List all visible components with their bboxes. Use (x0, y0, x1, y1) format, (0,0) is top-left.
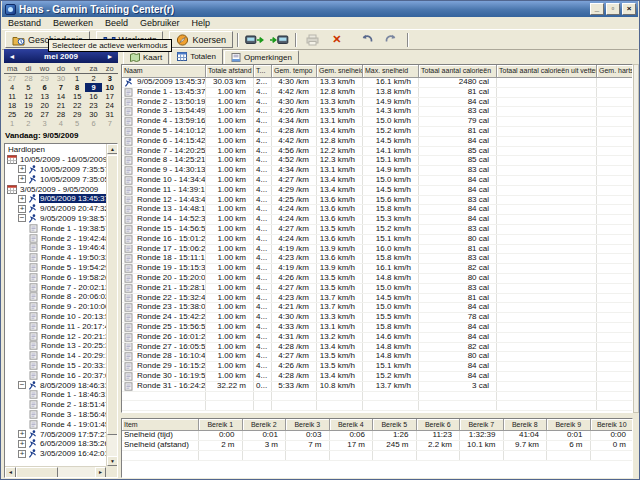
calendar-day-30[interactable]: 30 (53, 74, 69, 83)
tree-item-8-05-2009-18-46-31[interactable]: −8/05/2009 18:46:31 (5, 380, 106, 390)
tree-item-10-05-2009-7-35-05[interactable]: +10/05/2009 7:35:05 (5, 174, 106, 184)
tree-item-10-05-2009-16-05-2009[interactable]: 10/05/2009 - 16/05/2009 (5, 155, 106, 165)
table-row-ronde-1-13-45-37[interactable]: Ronde 1 - 13:45:371.00 km4...4:42 /km12.… (122, 88, 632, 98)
calendar-day-4[interactable]: 4 (4, 83, 20, 92)
column-header-bereik-9[interactable]: Bereik 9 (547, 419, 591, 431)
tree-item-10-05-2009-7-35-57[interactable]: +10/05/2009 7:35:57 (5, 165, 106, 175)
table-row-ronde-26-16-01-27[interactable]: Ronde 26 - 16:01:271.00 km4...4:31 /km13… (122, 333, 632, 343)
calendar-day-17[interactable]: 17 (102, 92, 118, 101)
column-header-gem-tempo[interactable]: Gem. tempo (272, 65, 317, 78)
table-row-ronde-9-14-30-13[interactable]: Ronde 9 - 14:30:131.00 km4...4:34 /km13.… (122, 166, 632, 176)
tree-item-ronde-12-20-21-33[interactable]: Ronde 12 - 20:21:33 (5, 331, 106, 341)
tree-item-9-05-2009-19-38-57[interactable]: −9/05/2009 19:38:57 (5, 214, 106, 224)
collapse-icon[interactable]: − (18, 214, 26, 222)
table-row-ronde-29-16-15-25[interactable]: Ronde 29 - 16:15:251.00 km4...4:26 /km13… (122, 362, 632, 372)
scroll-left-button[interactable]: ◄ (5, 467, 16, 478)
calendar-day-28[interactable]: 28 (20, 74, 36, 83)
tree-item-9-05-2009-20-47-32[interactable]: +9/05/2009 20:47:32 (5, 204, 106, 214)
expand-icon[interactable]: + (18, 440, 26, 448)
calendar-day-27[interactable]: 27 (37, 110, 53, 119)
calendar-day-16[interactable]: 16 (85, 92, 101, 101)
table-row-snelheid-afstand[interactable]: Snelheid (afstand)2 m3 m7 m17 m245 m2.2 … (122, 441, 632, 451)
column-header-gem-harts[interactable]: Gem. harts (597, 65, 633, 78)
calendar-day-10[interactable]: 10 (102, 83, 118, 92)
tree-item-3-05-2009-9-05-2009[interactable]: 3/05/2009 - 9/05/2009 (5, 184, 106, 194)
calendar-day-8[interactable]: 8 (69, 83, 85, 92)
table-row-ronde-30-16-19-51[interactable]: Ronde 30 - 16:19:511.00 km4...4:28 /km13… (122, 372, 632, 382)
undo-button[interactable] (355, 31, 379, 48)
calendar-day-14[interactable]: 14 (53, 92, 69, 101)
calendar-day-4[interactable]: 4 (53, 119, 69, 128)
expand-icon[interactable]: + (18, 195, 26, 203)
table-row-ronde-3-13-54-49[interactable]: Ronde 3 - 13:54:491.00 km4...4:26 /km13.… (122, 107, 632, 117)
column-header-bereik-6[interactable]: Bereik 6 (417, 419, 461, 431)
tree-vertical-scrollbar[interactable]: ▲ ▼ (106, 144, 117, 466)
column-header-bereik-7[interactable]: Bereik 7 (460, 419, 504, 431)
tree-item-ronde-5-19-54-29[interactable]: Ronde 5 - 19:54:29 (5, 263, 106, 273)
calendar-next-button[interactable]: ► (105, 53, 115, 60)
tree-item-ronde-13-20-25-30[interactable]: Ronde 13 - 20:25:30 (5, 341, 106, 351)
tree-item-ronde-15-20-33-11[interactable]: Ronde 15 - 20:33:11 (5, 361, 106, 371)
column-header-gem-snelheid[interactable]: Gem. snelheid (317, 65, 363, 78)
calendar-day-18[interactable]: 18 (4, 101, 20, 110)
table-row-ronde-21-15-28-18[interactable]: Ronde 21 - 15:28:181.00 km4...4:27 /km13… (122, 284, 632, 294)
calendar-day-28[interactable]: 28 (53, 110, 69, 119)
calendar-day-13[interactable]: 13 (37, 92, 53, 101)
table-row-ronde-5-14-10-12[interactable]: Ronde 5 - 14:10:121.00 km4...4:28 /km13.… (122, 127, 632, 137)
table-row-snelheid-tijd[interactable]: Snelheid (tijd)0:000:010:030:061:2611:23… (122, 431, 632, 441)
tree-item-ronde-3-19-46-41[interactable]: Ronde 3 - 19:46:41 (5, 243, 106, 253)
calendar-prev-button[interactable]: ◄ (7, 53, 17, 60)
receive-from-device-button[interactable] (243, 31, 267, 48)
calendar-day-23[interactable]: 23 (85, 101, 101, 110)
calendar-day-9[interactable]: 9 (85, 83, 101, 92)
expand-icon[interactable]: + (18, 205, 26, 213)
minimize-button[interactable]: _ (590, 3, 604, 15)
column-header-bereik-10[interactable]: Bereik 10 (591, 419, 634, 431)
collapse-icon[interactable]: − (18, 381, 26, 389)
calendar-day-3[interactable]: 3 (102, 74, 118, 83)
tree-item-ronde-1-18-46-31[interactable]: Ronde 1 - 18:46:31 (5, 390, 106, 400)
calendar-day-31[interactable]: 31 (102, 110, 118, 119)
calendar-day-12[interactable]: 12 (20, 92, 36, 101)
tree-item-hardlopen[interactable]: Hardlopen (5, 145, 106, 155)
column-header-bereik-1[interactable]: Bereik 1 (199, 419, 243, 431)
table-row-ronde-15-14-56-59[interactable]: Ronde 15 - 14:56:591.00 km4...4:27 /km13… (122, 225, 632, 235)
calendar-day-2[interactable]: 2 (20, 119, 36, 128)
table-row-9-05-2009-13-45-37[interactable]: 9/05/2009 13:45:3730.03 km2...4:30 /km13… (122, 78, 632, 88)
expand-icon[interactable]: + (18, 450, 26, 458)
calendar-day-19[interactable]: 19 (20, 101, 36, 110)
totals-vertical-scrollbar[interactable] (633, 64, 639, 413)
calendar-day-5[interactable]: 5 (69, 119, 85, 128)
close-button[interactable]: × (622, 3, 636, 15)
table-row-ronde-27-16-05-59[interactable]: Ronde 27 - 16:05:591.00 km4...4:28 /km13… (122, 343, 632, 353)
table-row-ronde-22-15-32-45[interactable]: Ronde 22 - 15:32:451.00 km4...4:23 /km13… (122, 294, 632, 304)
table-row-ronde-10-14-34-48[interactable]: Ronde 10 - 14:34:481.00 km4...4:27 /km13… (122, 176, 632, 186)
tree-item-ronde-9-20-10-00[interactable]: Ronde 9 - 20:10:00 (5, 302, 106, 312)
calendar-day-25[interactable]: 25 (4, 110, 20, 119)
redo-button[interactable] (379, 31, 403, 48)
calendar-day-26[interactable]: 26 (20, 110, 36, 119)
column-header-bereik-5[interactable]: Bereik 5 (373, 419, 417, 431)
column-header-bereik-3[interactable]: Bereik 3 (286, 419, 330, 431)
tree-item-ronde-8-20-06-02[interactable]: Ronde 8 - 20:06:02 (5, 292, 106, 302)
tab-totalen[interactable]: Totalen (170, 48, 223, 64)
calendar-day-15[interactable]: 15 (69, 92, 85, 101)
tree-item-ronde-2-18-51-47[interactable]: Ronde 2 - 18:51:47 (5, 400, 106, 410)
scroll-thumb[interactable] (16, 467, 58, 478)
menu-beeld[interactable]: Beeld (99, 17, 134, 29)
column-header-max-snelheid[interactable]: Max. snelheid (363, 65, 419, 78)
table-row-ronde-24-15-42-28[interactable]: Ronde 24 - 15:42:281.00 km4...4:30 /km13… (122, 313, 632, 323)
tree-item-3-05-2009-16-42-01[interactable]: +3/05/2009 16:42:01 (5, 449, 106, 459)
table-row-ronde-18-15-11-13[interactable]: Ronde 18 - 15:11:131.00 km4...4:23 /km13… (122, 254, 632, 264)
scroll-down-button[interactable]: ▼ (107, 456, 118, 466)
tab-kaart[interactable]: Kaart (123, 50, 169, 64)
calendar-day-20[interactable]: 20 (37, 101, 53, 110)
table-row-ronde-4-13-59-16[interactable]: Ronde 4 - 13:59:161.00 km4...4:34 /km13.… (122, 117, 632, 127)
tree-item-6-05-2009-18-35-26[interactable]: +6/05/2009 18:35:26 (5, 439, 106, 449)
scroll-thumb[interactable] (107, 155, 118, 435)
table-row-ronde-31-16-24-20[interactable]: Ronde 31 - 16:24:2032.22 m0...5:33 /km10… (122, 382, 632, 392)
table-row-ronde-12-14-43-45[interactable]: Ronde 12 - 14:43:451.00 km4...4:25 /km13… (122, 196, 632, 206)
calendar-day-30[interactable]: 30 (85, 110, 101, 119)
table-row-ronde-23-15-38-05[interactable]: Ronde 23 - 15:38:051.00 km4...4:21 /km13… (122, 303, 632, 313)
calendar-day-6[interactable]: 6 (85, 119, 101, 128)
